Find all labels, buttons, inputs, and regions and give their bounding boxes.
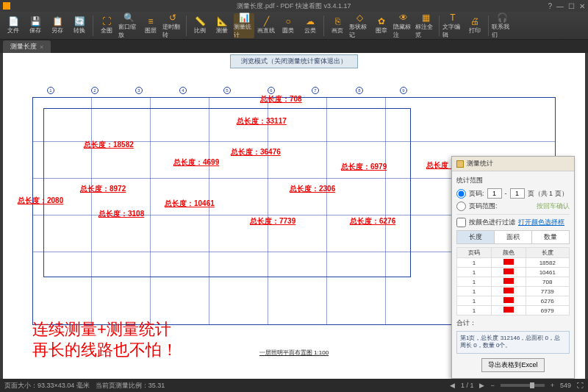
fullview-icon: ⛶: [101, 16, 112, 26]
hidemark-icon: 👁: [398, 13, 409, 23]
radio-range[interactable]: [456, 202, 466, 211]
total-label: 合计：: [456, 318, 570, 328]
document-tab-bar: 测量长度 ×: [0, 40, 588, 53]
measurement-label[interactable]: 总长度：2080: [18, 196, 63, 206]
toolbar-mstats[interactable]: 📊测量统计: [234, 13, 254, 38]
measurement-label[interactable]: 总长度：33117: [237, 116, 287, 126]
textedit-icon: T: [448, 13, 458, 23]
measure-stats-panel[interactable]: 测量统计 统计范围 页码: - 页（共 1 页） 页码范围: 按回车确认 按颜色…: [451, 156, 575, 379]
toolbar-contact[interactable]: 🎧联系我们: [492, 13, 512, 38]
toolbar-scale[interactable]: 📏比例: [190, 13, 210, 38]
zoom-out-icon[interactable]: −: [490, 382, 494, 389]
measurement-label[interactable]: 总长度：6276: [350, 216, 395, 227]
color-swatch: [503, 259, 514, 265]
scope-label: 统计范围: [456, 176, 570, 185]
stats-icon: [456, 160, 464, 168]
toolbar-fullview[interactable]: ⛶全图: [96, 13, 117, 38]
status-scale: 当前页测量比例：35.31: [96, 381, 165, 391]
table-row[interactable]: 16979: [457, 306, 570, 316]
minimize-icon[interactable]: —: [556, 2, 564, 10]
tab-area[interactable]: 面积: [495, 231, 532, 243]
toolbar-labelup[interactable]: ▦标注全览: [415, 13, 436, 38]
fit-icon[interactable]: ⛶: [577, 382, 584, 389]
saveas-icon: 📋: [52, 16, 62, 26]
color-swatch: [503, 307, 514, 313]
flip-icon: ↺: [168, 13, 178, 23]
color-swatch: [503, 288, 514, 293]
toolbar-pagejmp[interactable]: ⎘画页: [327, 13, 348, 38]
print-icon: 🖨: [470, 16, 480, 26]
measurement-label[interactable]: 总长度：708: [260, 94, 302, 104]
tab-count[interactable]: 数量: [532, 231, 569, 243]
toolbar-saveas[interactable]: 📋另存: [47, 13, 68, 38]
table-row[interactable]: 1708: [457, 277, 570, 287]
drawing-canvas[interactable]: 浏览模式（关闭测量统计窗体退出） 1 2 3 4 5 6 7 8 9 总长度：7…: [3, 53, 585, 379]
export-excel-button[interactable]: 导出表格到Excel: [481, 358, 544, 372]
toolbar-measure[interactable]: 📐测量: [212, 13, 232, 38]
measurement-label[interactable]: 总长度：10461: [165, 199, 215, 209]
main-toolbar: 📄文件💾保存📋另存🔄转换⛶全图🔍窗口缩放≡图层↺逆时翻转📏比例📐测量📊测量统计╱…: [0, 12, 588, 40]
toolbar-layers[interactable]: ≡图层: [140, 13, 161, 38]
toolbar-textedit[interactable]: T文字编辑: [442, 13, 463, 38]
color-swatch: [503, 297, 514, 303]
measurement-label[interactable]: 总长度：18582: [84, 140, 134, 150]
toolbar-cloud[interactable]: ☁云类: [300, 13, 320, 38]
cloud-icon: ☁: [305, 16, 315, 26]
toolbar-circle[interactable]: ○圆类: [278, 13, 298, 38]
slogan-text: 连续测量+测量统计 再长的线路也不怕！: [32, 319, 178, 361]
toolbar-mline[interactable]: ╱画直线: [256, 13, 276, 38]
measurement-label[interactable]: 总长度：6979: [341, 162, 387, 172]
radio-pages[interactable]: [456, 189, 466, 199]
measurement-label[interactable]: 总长度：3108: [98, 209, 144, 219]
window-controls: ? — ☐ ✕: [548, 2, 585, 10]
tab-length[interactable]: 长度: [457, 231, 495, 243]
file-icon: 📄: [8, 16, 18, 26]
toolbar-shapemark[interactable]: ◇形状标记: [349, 13, 370, 38]
toolbar-convert[interactable]: 🔄转换: [69, 13, 90, 38]
color-swatch: [503, 268, 514, 274]
toolbar-winzoom[interactable]: 🔍窗口缩放: [118, 13, 139, 38]
chk-color-filter[interactable]: [456, 218, 466, 227]
toolbar-flip[interactable]: ↺逆时翻转: [162, 13, 183, 38]
page-from-input[interactable]: [487, 188, 502, 199]
tab-close-icon[interactable]: ×: [40, 43, 43, 51]
table-row[interactable]: 17739: [457, 287, 570, 296]
window-title: 测量长度.pdf - PDF 快速看图 v3.4.1.17: [237, 1, 351, 11]
page-indicator: 1 / 1: [461, 382, 474, 389]
status-bar: 页面大小：93.33×43.04 毫米 当前页测量比例：35.31 ◀ 1 / …: [0, 379, 588, 392]
winzoom-icon: 🔍: [123, 13, 134, 23]
app-logo: [3, 2, 10, 10]
table-row[interactable]: 118582: [457, 258, 570, 268]
document-tab[interactable]: 测量长度 ×: [3, 40, 51, 53]
open-color-picker[interactable]: 打开颜色选择框: [518, 218, 564, 227]
next-page-icon[interactable]: ▶: [479, 382, 484, 389]
toolbar-save[interactable]: 💾保存: [25, 13, 46, 38]
help-icon[interactable]: ?: [548, 2, 552, 10]
toolbar-print[interactable]: 🖨打印: [465, 13, 485, 38]
prev-page-icon[interactable]: ◀: [450, 382, 455, 389]
table-row[interactable]: 110461: [457, 268, 570, 277]
mstats-icon: 📊: [239, 13, 249, 23]
toolbar-file[interactable]: 📄文件: [3, 13, 24, 38]
zoom-value: 549: [560, 382, 571, 389]
close-icon[interactable]: ✕: [579, 2, 585, 10]
toolbar-stamp[interactable]: ✿图章: [371, 13, 392, 38]
figure-title: 一层照明平面布置图 1:100: [259, 349, 329, 357]
page-to-input[interactable]: [510, 188, 525, 199]
stats-table: 页码 颜色 长度 1185821104611708177391627616979: [456, 247, 570, 316]
measurement-label[interactable]: 总长度：7739: [250, 216, 295, 227]
zoom-slider[interactable]: [501, 384, 545, 387]
panel-header[interactable]: 测量统计: [452, 157, 574, 171]
measurement-label[interactable]: 总长度：2306: [290, 184, 335, 194]
panel-title: 测量统计: [467, 159, 493, 168]
shapemark-icon: ◇: [354, 13, 365, 23]
pagejmp-icon: ⎘: [332, 16, 343, 26]
measurement-label[interactable]: 总长度：4699: [173, 157, 219, 168]
maximize-icon[interactable]: ☐: [568, 2, 575, 10]
toolbar-hidemark[interactable]: 👁隐藏标注: [393, 13, 414, 38]
zoom-in-icon[interactable]: +: [551, 382, 554, 389]
layers-icon: ≡: [146, 16, 156, 26]
measurement-label[interactable]: 总长度：36476: [231, 147, 281, 157]
table-row[interactable]: 16276: [457, 296, 570, 306]
measurement-label[interactable]: 总长度：8972: [80, 184, 126, 194]
